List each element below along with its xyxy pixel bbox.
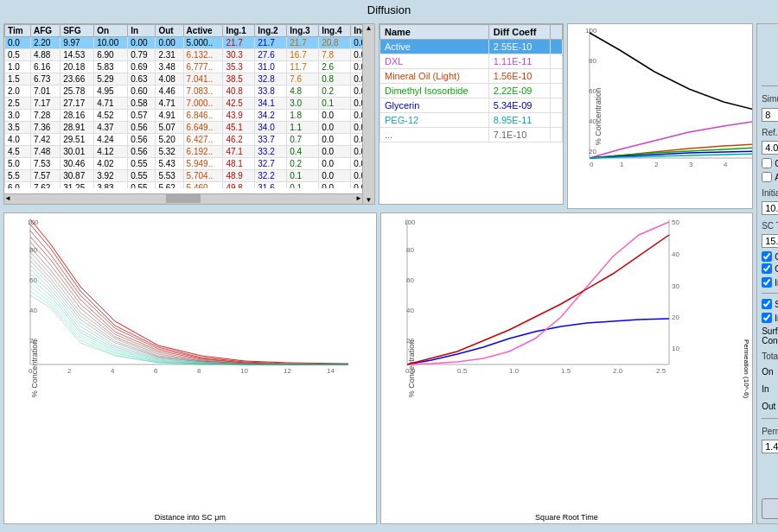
svg-text:1.0: 1.0 xyxy=(509,367,520,375)
table-row[interactable]: 2.57.1727.174.710.584.717.000..42.534.13… xyxy=(5,98,374,110)
svg-text:3: 3 xyxy=(689,161,693,168)
table-row[interactable]: 4.07.4229.514.240.565.206.427..46.233.70… xyxy=(5,134,374,146)
svg-text:0.5: 0.5 xyxy=(457,367,468,375)
ingredient-row[interactable]: Glycerin5.34E-09 xyxy=(380,98,563,113)
afg-sfg-checkbox-row: AFG SFG Rel xyxy=(762,172,778,182)
svg-text:60: 60 xyxy=(589,87,596,95)
table-header-active: Active xyxy=(183,25,223,37)
table-row[interactable]: 5.57.5730.873.920.555.535.704..48.932.20… xyxy=(5,170,374,182)
sim-time-label: Simulation Time xyxy=(762,94,778,104)
svg-text:20: 20 xyxy=(589,148,596,155)
svg-text:80: 80 xyxy=(589,57,596,65)
table-header-tim: Tim xyxy=(5,25,31,37)
svg-text:20: 20 xyxy=(672,314,679,321)
afg-sfg-checkbox[interactable] xyxy=(762,172,772,182)
svg-text:2: 2 xyxy=(654,161,659,168)
svg-text:6: 6 xyxy=(154,367,158,375)
horizontal-scrollbar[interactable]: ◄ ► xyxy=(4,193,362,204)
ingredient-row[interactable]: Dimethyl Isosorbide2.22E-09 xyxy=(380,84,563,98)
sim-time-input[interactable] xyxy=(762,108,778,122)
table-header-ing2: Ing.2 xyxy=(255,25,287,37)
toolbar xyxy=(762,28,778,53)
svg-text:40: 40 xyxy=(406,307,414,314)
ingredient-table: Name Diff Coeff Active2.55E-10DXL1.11E-1… xyxy=(379,24,563,142)
svg-text:0: 0 xyxy=(29,367,33,375)
ingredient-table-container: Name Diff Coeff Active2.55E-10DXL1.11E-1… xyxy=(379,23,564,205)
svg-text:20: 20 xyxy=(29,337,37,345)
ingredient-name-header: Name xyxy=(380,25,489,40)
table-header-sfg: SFG xyxy=(61,25,94,37)
table-row[interactable]: 1.56.7323.665.290.634.087.041..38.532.87… xyxy=(5,73,374,86)
gradient-checkbox[interactable] xyxy=(762,158,772,168)
table-header-in: In xyxy=(128,25,156,37)
ingredient-coeff-header: Diff Coeff xyxy=(488,25,550,40)
scrollbar-thumb xyxy=(166,194,201,203)
ingredient-table-scroll[interactable] xyxy=(550,25,562,40)
sc-x-label: Distance into SC μm xyxy=(155,513,226,522)
svg-text:60: 60 xyxy=(406,276,414,284)
table-header-ing3: Ing.3 xyxy=(287,25,319,37)
initial-amount-input[interactable] xyxy=(762,201,778,215)
scroll-up-btn[interactable]: ▲ xyxy=(363,24,374,32)
table-header-out: Out xyxy=(156,25,183,37)
svg-text:40: 40 xyxy=(672,250,679,258)
scroll-left-btn[interactable]: ◄ xyxy=(4,194,11,204)
ingredient-row[interactable]: DXL1.11E-11 xyxy=(380,54,563,69)
table-row[interactable]: 0.54.8814.536.900.792.316.132..30.327.61… xyxy=(5,49,374,61)
gradient-checkbox-row: Gradient xyxy=(762,158,778,168)
ingredient-row[interactable]: PEG-128.95E-11 xyxy=(380,113,563,128)
svg-text:0.0: 0.0 xyxy=(405,367,416,375)
data-scroll-area[interactable]: TimAFGSFGOnInOutActiveIng.1Ing.2Ing.3Ing… xyxy=(4,24,374,188)
svg-text:1: 1 xyxy=(620,161,624,168)
svg-text:4: 4 xyxy=(111,367,115,375)
permeation-chart: % Concentration 100 80 60 40 20 50 40 xyxy=(380,212,754,524)
svg-text:10: 10 xyxy=(672,345,679,352)
svg-text:4: 4 xyxy=(724,161,728,168)
table-row[interactable]: 5.07.5330.464.020.555.435.949..48.132.70… xyxy=(5,158,374,170)
svg-text:12: 12 xyxy=(284,367,291,375)
table-row[interactable]: 6.07.6231.253.830.555.625.460..49.831.60… xyxy=(5,182,374,189)
ingredient-row[interactable]: Active2.55E-10 xyxy=(380,40,563,54)
svg-text:40: 40 xyxy=(589,117,596,125)
table-header-ing4: Ing.4 xyxy=(319,25,351,37)
table-row[interactable]: 2.07.0125.784.950.604.467.083..40.833.84… xyxy=(5,86,374,98)
svg-text:2.5: 2.5 xyxy=(656,367,666,375)
table-row[interactable]: 0.02.209.9710.000.000.005.000..21.721.72… xyxy=(5,37,374,49)
gradient-label: Gradient xyxy=(775,159,778,168)
data-table: TimAFGSFGOnInOutActiveIng.1Ing.2Ing.3Ing… xyxy=(4,24,374,188)
table-row[interactable]: 3.07.2828.164.520.574.916.846..43.934.21… xyxy=(5,110,374,122)
svg-text:14: 14 xyxy=(327,367,335,375)
window-title: Diffusion xyxy=(0,0,778,20)
table-row[interactable]: 1.06.1620.185.830.693.486.777..35.331.01… xyxy=(5,61,374,73)
initial-amount-label: Initial amount (μm) xyxy=(762,188,778,198)
concentration-time-chart: % Concentration 100 80 60 40 20 0 1 2 3 xyxy=(567,23,754,209)
ref-diff-label: Ref. Diff. Coef cm²/s xyxy=(762,128,778,137)
ref-diff-input[interactable] xyxy=(762,141,778,155)
perm-x-label: Square Root Time xyxy=(535,513,598,522)
svg-text:2: 2 xyxy=(67,367,72,375)
scroll-down-btn[interactable]: ▼ xyxy=(363,196,374,204)
svg-text:2.0: 2.0 xyxy=(613,367,623,375)
table-header-afg: AFG xyxy=(30,25,60,37)
vertical-scrollbar[interactable]: ▲ ▼ xyxy=(362,24,374,204)
svg-text:40: 40 xyxy=(29,307,37,314)
svg-text:20: 20 xyxy=(406,337,414,345)
scroll-right-btn[interactable]: ► xyxy=(355,194,362,204)
table-row[interactable]: 4.57.4830.014.120.565.326.192..47.133.20… xyxy=(5,146,374,158)
svg-text:100: 100 xyxy=(405,218,416,226)
ingredient-row[interactable]: ...7.1E-10 xyxy=(380,128,563,142)
svg-text:8: 8 xyxy=(197,367,201,375)
sc-profile-chart: % Concentration 100 80 60 40 20 0 2 4 6 xyxy=(3,212,377,524)
toolbar-row2 xyxy=(762,56,778,80)
app-title: Diffusion xyxy=(367,3,411,16)
svg-text:80: 80 xyxy=(406,246,414,254)
data-table-container: TimAFGSFGOnInOutActiveIng.1Ing.2Ing.3Ing… xyxy=(3,23,375,205)
svg-text:0: 0 xyxy=(590,161,594,168)
svg-text:10: 10 xyxy=(240,367,248,375)
table-row[interactable]: 3.57.3628.914.370.565.076.649..45.134.01… xyxy=(5,122,374,134)
svg-text:1.5: 1.5 xyxy=(561,367,571,375)
table-header-on: On xyxy=(94,25,128,37)
svg-text:50: 50 xyxy=(672,218,679,226)
ingredient-row[interactable]: Mineral Oil (Light)1.56E-10 xyxy=(380,69,563,84)
perm-y2-label: Permeation (10^-6) xyxy=(743,339,750,397)
